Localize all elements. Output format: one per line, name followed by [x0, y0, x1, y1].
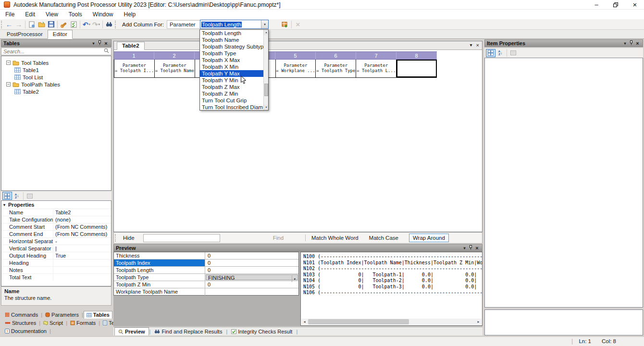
property-row[interactable]: Take Configuration(none)	[1, 216, 111, 223]
column-header[interactable]: 1	[114, 52, 154, 59]
property-row[interactable]: Total Text	[1, 273, 111, 281]
column-header[interactable]: 5	[275, 52, 316, 59]
menu-edit[interactable]: Edit	[20, 10, 40, 19]
dropdown-item[interactable]: Toolpath Type	[200, 50, 264, 57]
preview-row[interactable]: Workplane Toolpath Name	[114, 288, 298, 296]
nc-preview[interactable]: N100 (----------------------------------…	[300, 252, 483, 326]
column-combo[interactable]: Toolpath Length ▾	[200, 20, 269, 29]
chevron-down-icon[interactable]: ▾	[461, 246, 468, 250]
property-pages-icon[interactable]	[508, 49, 518, 57]
column-header[interactable]: 2	[154, 52, 195, 59]
undo-icon[interactable]: ↶▾	[82, 20, 91, 29]
close-icon[interactable]: ×	[103, 40, 109, 46]
close-icon[interactable]: ×	[474, 245, 480, 251]
dropdown-item[interactable]: Turn Tool Inscribed Diam	[200, 104, 264, 111]
toolpath-type-dropdown[interactable]: FINISHING▾	[205, 274, 298, 281]
find-binoculars-icon[interactable]	[104, 20, 114, 29]
pin-icon[interactable]	[468, 245, 474, 251]
tree-item-table1[interactable]: Table1	[1, 66, 111, 74]
tab-parameters[interactable]: Parameters	[43, 311, 81, 319]
redo-icon[interactable]: ↷▾	[91, 20, 101, 29]
find-input[interactable]	[143, 234, 220, 242]
close-icon[interactable]: ×	[634, 40, 641, 46]
property-row[interactable]: Output HeadingTrue	[1, 252, 111, 259]
scroll-right-icon[interactable]: ▸	[475, 319, 482, 325]
dropdown-item-selected[interactable]: Toolpath Y Max	[200, 70, 264, 77]
menu-window[interactable]: Window	[87, 10, 119, 19]
table-cell[interactable]: Parameter= Workplane ...	[276, 60, 316, 77]
property-pages-icon[interactable]	[25, 192, 35, 200]
chevron-down-icon[interactable]: ▾	[90, 41, 97, 46]
dropdown-item[interactable]: Toolpath Z Min	[200, 90, 264, 97]
table-cell[interactable]: Parameter= Toolpath Type	[316, 60, 356, 77]
column-header[interactable]: 6	[316, 52, 356, 59]
pin-icon[interactable]	[97, 40, 103, 46]
tab-editor[interactable]: Editor	[48, 30, 73, 39]
close-button[interactable]: ×	[626, 0, 644, 10]
table-cell[interactable]: Parameter= Toolpath Name	[155, 60, 195, 77]
match-case-toggle[interactable]: Match Case	[369, 235, 398, 241]
property-row[interactable]: Comment End(From NC Comments)	[1, 230, 111, 237]
menu-tools[interactable]: Tools	[63, 10, 87, 19]
tab-structures[interactable]: Structures	[2, 319, 38, 327]
scroll-down-icon[interactable]: ▾	[264, 105, 269, 110]
chevron-down-icon[interactable]: ▾	[470, 42, 472, 48]
tab-commands[interactable]: Commands	[2, 311, 40, 319]
close-icon[interactable]: ×	[476, 42, 479, 48]
dropdown-item[interactable]: Toolpath Length	[200, 30, 264, 37]
column-header[interactable]: 7	[356, 52, 396, 59]
restore-button[interactable]	[607, 0, 625, 10]
nav-back-icon[interactable]: ←	[4, 20, 14, 29]
dropdown-item[interactable]: Toolpath Y Min	[200, 77, 264, 84]
pin-icon[interactable]	[628, 40, 634, 46]
preview-row[interactable]: Thickness0	[114, 252, 298, 260]
collapse-icon[interactable]: −	[6, 82, 11, 86]
chevron-down-icon[interactable]: ▾	[622, 41, 628, 46]
dropdown-item[interactable]: Toolpath Z Max	[200, 84, 264, 90]
dropdown-item[interactable]: Toolpath Name	[200, 37, 264, 43]
properties-section-header[interactable]: ▾Properties	[1, 201, 111, 209]
categorize-icon[interactable]	[2, 192, 12, 200]
tree-item-tool-tables[interactable]: − Tool Tables	[1, 59, 111, 66]
categorize-icon[interactable]	[486, 49, 495, 57]
match-whole-word-toggle[interactable]: Match Whole Word	[311, 235, 359, 241]
horizontal-scrollbar[interactable]: ◂ ▸	[301, 319, 482, 325]
tree-item-toolpath-tables[interactable]: − ToolPath Tables	[1, 81, 111, 88]
tab-tables[interactable]: Tables	[84, 311, 112, 319]
options-wrench-icon[interactable]	[59, 20, 69, 29]
sort-alphabetical-icon[interactable]: AZ↓	[12, 192, 22, 200]
table-cell[interactable]: Parameter= Toolpath L...	[356, 60, 396, 77]
menu-view[interactable]: View	[40, 10, 63, 19]
tree-item-tool-list[interactable]: Tool List	[1, 74, 111, 81]
scroll-up-icon[interactable]: ▴	[264, 30, 269, 35]
property-row[interactable]: NameTable2	[1, 209, 111, 216]
checklist-icon[interactable]	[69, 20, 78, 29]
save-icon[interactable]	[46, 20, 56, 29]
vertical-scrollbar[interactable]: ▴ ▾	[263, 30, 268, 110]
preview-row[interactable]: Toolpath Type FINISHING▾	[114, 274, 298, 281]
tree-item-table2[interactable]: Table2	[1, 88, 111, 95]
open-file-icon[interactable]	[37, 20, 46, 29]
property-row[interactable]: Heading	[1, 259, 111, 266]
property-row[interactable]: Notes	[1, 266, 111, 273]
search-input[interactable]	[1, 49, 104, 54]
property-row[interactable]: Comment Start(From NC Comments)	[1, 223, 111, 230]
tables-search-box[interactable]	[1, 48, 111, 55]
dropdown-item[interactable]: Toolpath X Min	[200, 63, 264, 70]
tab-find-replace-results[interactable]: Find and Replace Results	[151, 327, 225, 335]
hide-button[interactable]: Hide	[118, 234, 139, 242]
tab-integrity-checks[interactable]: Integrity Checks Result	[228, 327, 296, 335]
table-cell-selected[interactable]	[396, 60, 437, 77]
tab-documentation[interactable]: ? Documentation	[2, 327, 49, 335]
table-cell[interactable]: Parameter= Toolpath I...	[114, 60, 155, 77]
property-row[interactable]: Horizontal Separator-	[1, 237, 111, 245]
dropdown-item[interactable]: Toolpath Strategy Subtyp	[200, 43, 264, 50]
dropdown-item[interactable]: Turn Tool Cut Grip	[200, 97, 264, 104]
collapse-icon[interactable]: −	[6, 61, 11, 65]
preview-row[interactable]: Toolpath Z Min0	[114, 281, 298, 288]
menu-file[interactable]: File	[0, 10, 20, 19]
sort-alphabetical-icon[interactable]: AZ↓	[495, 49, 505, 57]
nav-forward-icon[interactable]: →	[14, 20, 24, 29]
column-header[interactable]: 8	[396, 52, 437, 59]
combo-dropdown-button[interactable]: ▾	[261, 20, 268, 28]
